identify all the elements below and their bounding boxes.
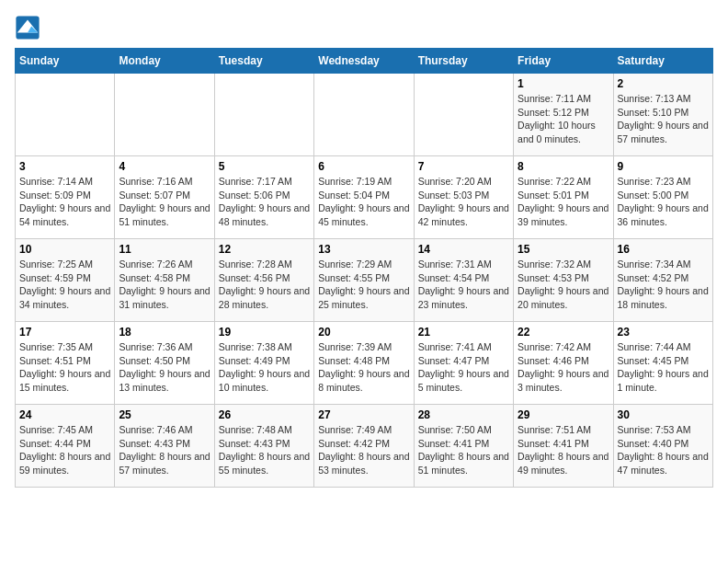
day-number: 21 (418, 326, 509, 339)
calendar-cell-w3-d3: 20Sunrise: 7:39 AMSunset: 4:48 PMDayligh… (314, 322, 414, 405)
calendar-cell-w4-d3: 27Sunrise: 7:49 AMSunset: 4:42 PMDayligh… (314, 405, 414, 488)
day-info: Sunrise: 7:51 AMSunset: 4:41 PMDaylight:… (518, 423, 609, 477)
calendar-cell-w2-d3: 13Sunrise: 7:29 AMSunset: 4:55 PMDayligh… (314, 239, 414, 322)
calendar-cell-w4-d1: 25Sunrise: 7:46 AMSunset: 4:43 PMDayligh… (115, 405, 214, 488)
day-info: Sunrise: 7:16 AMSunset: 5:07 PMDaylight:… (119, 175, 210, 229)
day-number: 2 (618, 77, 709, 90)
weekday-header-tuesday: Tuesday (214, 49, 313, 74)
day-number: 13 (318, 243, 409, 256)
calendar-cell-w2-d2: 12Sunrise: 7:28 AMSunset: 4:56 PMDayligh… (214, 239, 313, 322)
day-info: Sunrise: 7:49 AMSunset: 4:42 PMDaylight:… (318, 423, 409, 477)
day-number: 5 (219, 160, 310, 173)
calendar-cell-w3-d6: 23Sunrise: 7:44 AMSunset: 4:45 PMDayligh… (613, 322, 712, 405)
logo (15, 15, 44, 40)
day-info: Sunrise: 7:26 AMSunset: 4:58 PMDaylight:… (119, 258, 210, 312)
calendar-cell-w1-d1: 4Sunrise: 7:16 AMSunset: 5:07 PMDaylight… (115, 156, 214, 239)
day-info: Sunrise: 7:31 AMSunset: 4:54 PMDaylight:… (418, 258, 509, 312)
day-info: Sunrise: 7:42 AMSunset: 4:46 PMDaylight:… (518, 340, 609, 395)
calendar: SundayMondayTuesdayWednesdayThursdayFrid… (15, 48, 713, 488)
day-number: 10 (19, 243, 110, 256)
day-number: 24 (19, 408, 110, 421)
calendar-cell-w0-d6: 2Sunrise: 7:13 AMSunset: 5:10 PMDaylight… (613, 74, 712, 156)
calendar-cell-w4-d4: 28Sunrise: 7:50 AMSunset: 4:41 PMDayligh… (414, 405, 513, 488)
calendar-cell-w0-d2 (214, 74, 313, 156)
day-number: 7 (418, 160, 509, 173)
weekday-header-wednesday: Wednesday (314, 49, 414, 74)
day-info: Sunrise: 7:46 AMSunset: 4:43 PMDaylight:… (119, 423, 210, 477)
day-number: 27 (318, 408, 409, 421)
day-info: Sunrise: 7:34 AMSunset: 4:52 PMDaylight:… (618, 258, 709, 312)
day-number: 9 (618, 160, 709, 173)
day-number: 25 (119, 408, 210, 421)
calendar-cell-w0-d4 (414, 74, 513, 156)
day-info: Sunrise: 7:25 AMSunset: 4:59 PMDaylight:… (19, 258, 110, 312)
calendar-cell-w2-d1: 11Sunrise: 7:26 AMSunset: 4:58 PMDayligh… (115, 239, 214, 322)
calendar-cell-w3-d2: 19Sunrise: 7:38 AMSunset: 4:49 PMDayligh… (214, 322, 313, 405)
day-info: Sunrise: 7:28 AMSunset: 4:56 PMDaylight:… (219, 258, 310, 312)
calendar-cell-w1-d6: 9Sunrise: 7:23 AMSunset: 5:00 PMDaylight… (613, 156, 712, 239)
day-info: Sunrise: 7:39 AMSunset: 4:48 PMDaylight:… (318, 340, 409, 395)
calendar-cell-w3-d1: 18Sunrise: 7:36 AMSunset: 4:50 PMDayligh… (115, 322, 214, 405)
day-info: Sunrise: 7:35 AMSunset: 4:51 PMDaylight:… (19, 340, 110, 395)
day-number: 8 (518, 160, 609, 173)
calendar-cell-w1-d5: 8Sunrise: 7:22 AMSunset: 5:01 PMDaylight… (514, 156, 613, 239)
calendar-cell-w4-d0: 24Sunrise: 7:45 AMSunset: 4:44 PMDayligh… (16, 405, 115, 488)
day-info: Sunrise: 7:11 AMSunset: 5:12 PMDaylight:… (518, 92, 609, 146)
calendar-cell-w4-d5: 29Sunrise: 7:51 AMSunset: 4:41 PMDayligh… (514, 405, 613, 488)
calendar-cell-w2-d0: 10Sunrise: 7:25 AMSunset: 4:59 PMDayligh… (16, 239, 115, 322)
day-info: Sunrise: 7:48 AMSunset: 4:43 PMDaylight:… (219, 423, 310, 477)
day-info: Sunrise: 7:13 AMSunset: 5:10 PMDaylight:… (618, 92, 709, 146)
calendar-cell-w2-d6: 16Sunrise: 7:34 AMSunset: 4:52 PMDayligh… (613, 239, 712, 322)
calendar-cell-w3-d5: 22Sunrise: 7:42 AMSunset: 4:46 PMDayligh… (514, 322, 613, 405)
calendar-cell-w1-d3: 6Sunrise: 7:19 AMSunset: 5:04 PMDaylight… (314, 156, 414, 239)
calendar-cell-w0-d1 (115, 74, 214, 156)
calendar-cell-w1-d4: 7Sunrise: 7:20 AMSunset: 5:03 PMDaylight… (414, 156, 513, 239)
day-number: 28 (418, 408, 509, 421)
weekday-header-monday: Monday (115, 49, 214, 74)
calendar-cell-w0-d3 (314, 74, 414, 156)
day-info: Sunrise: 7:20 AMSunset: 5:03 PMDaylight:… (418, 175, 509, 229)
calendar-cell-w1-d0: 3Sunrise: 7:14 AMSunset: 5:09 PMDaylight… (16, 156, 115, 239)
day-info: Sunrise: 7:14 AMSunset: 5:09 PMDaylight:… (19, 175, 110, 229)
day-number: 29 (518, 408, 609, 421)
day-number: 17 (19, 326, 110, 339)
day-info: Sunrise: 7:22 AMSunset: 5:01 PMDaylight:… (518, 175, 609, 229)
weekday-header-friday: Friday (514, 49, 613, 74)
weekday-header-sunday: Sunday (16, 49, 115, 74)
day-number: 22 (518, 326, 609, 339)
calendar-cell-w3-d4: 21Sunrise: 7:41 AMSunset: 4:47 PMDayligh… (414, 322, 513, 405)
day-number: 19 (219, 326, 310, 339)
day-info: Sunrise: 7:32 AMSunset: 4:53 PMDaylight:… (518, 258, 609, 312)
day-number: 11 (119, 243, 210, 256)
calendar-cell-w2-d4: 14Sunrise: 7:31 AMSunset: 4:54 PMDayligh… (414, 239, 513, 322)
calendar-cell-w4-d6: 30Sunrise: 7:53 AMSunset: 4:40 PMDayligh… (613, 405, 712, 488)
calendar-cell-w4-d2: 26Sunrise: 7:48 AMSunset: 4:43 PMDayligh… (214, 405, 313, 488)
day-info: Sunrise: 7:44 AMSunset: 4:45 PMDaylight:… (618, 340, 709, 395)
day-info: Sunrise: 7:19 AMSunset: 5:04 PMDaylight:… (318, 175, 409, 229)
day-info: Sunrise: 7:45 AMSunset: 4:44 PMDaylight:… (19, 423, 110, 477)
calendar-cell-w0-d5: 1Sunrise: 7:11 AMSunset: 5:12 PMDaylight… (514, 74, 613, 156)
day-number: 15 (518, 243, 609, 256)
calendar-cell-w2-d5: 15Sunrise: 7:32 AMSunset: 4:53 PMDayligh… (514, 239, 613, 322)
day-info: Sunrise: 7:38 AMSunset: 4:49 PMDaylight:… (219, 340, 310, 395)
day-info: Sunrise: 7:36 AMSunset: 4:50 PMDaylight:… (119, 340, 210, 395)
day-info: Sunrise: 7:17 AMSunset: 5:06 PMDaylight:… (219, 175, 310, 229)
day-info: Sunrise: 7:53 AMSunset: 4:40 PMDaylight:… (618, 423, 709, 477)
day-number: 23 (618, 326, 709, 339)
day-info: Sunrise: 7:23 AMSunset: 5:00 PMDaylight:… (618, 175, 709, 229)
day-number: 18 (119, 326, 210, 339)
day-number: 14 (418, 243, 509, 256)
calendar-cell-w0-d0 (16, 74, 115, 156)
day-number: 26 (219, 408, 310, 421)
logo-icon (15, 15, 40, 40)
day-info: Sunrise: 7:50 AMSunset: 4:41 PMDaylight:… (418, 423, 509, 477)
day-number: 20 (318, 326, 409, 339)
day-number: 4 (119, 160, 210, 173)
day-number: 6 (318, 160, 409, 173)
day-number: 16 (618, 243, 709, 256)
weekday-header-thursday: Thursday (414, 49, 513, 74)
day-number: 3 (19, 160, 110, 173)
weekday-header-saturday: Saturday (613, 49, 712, 74)
day-info: Sunrise: 7:29 AMSunset: 4:55 PMDaylight:… (318, 258, 409, 312)
calendar-cell-w3-d0: 17Sunrise: 7:35 AMSunset: 4:51 PMDayligh… (16, 322, 115, 405)
